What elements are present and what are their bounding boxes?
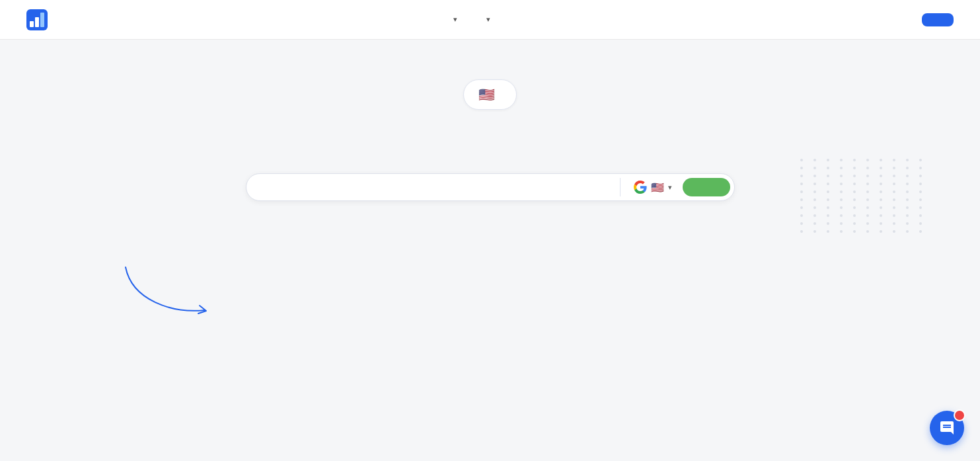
search-divider bbox=[620, 178, 621, 196]
free-trial-button[interactable] bbox=[922, 13, 954, 26]
hero-section: const grid = document.currentScript.pare… bbox=[0, 40, 980, 461]
logo[interactable] bbox=[26, 9, 56, 30]
logo-icon bbox=[26, 9, 48, 30]
url-search-input[interactable] bbox=[260, 182, 612, 193]
features-chevron-icon: ▾ bbox=[486, 15, 490, 24]
nav-why-se-ranking[interactable]: ▾ bbox=[440, 10, 468, 29]
search-box: 🇺🇸 ▾ bbox=[246, 173, 735, 201]
nav-right bbox=[911, 13, 954, 26]
nav-plans-pricing[interactable] bbox=[506, 15, 527, 25]
analyze-button[interactable] bbox=[683, 178, 730, 196]
dot-grid-decoration: const grid = document.currentScript.pare… bbox=[800, 159, 927, 233]
country-flag-icon: 🇺🇸 bbox=[651, 181, 664, 194]
hero-badge: 🇺🇸 bbox=[463, 79, 517, 110]
selector-chevron-icon: ▾ bbox=[668, 183, 672, 192]
nav-blog[interactable] bbox=[533, 15, 554, 25]
why-se-chevron-icon: ▾ bbox=[453, 15, 457, 24]
nav-links: ▾ ▾ bbox=[82, 10, 911, 29]
chat-badge bbox=[954, 409, 965, 421]
svg-rect-3 bbox=[40, 13, 44, 27]
us-flag-icon: 🇺🇸 bbox=[478, 87, 495, 103]
nav-features[interactable]: ▾ bbox=[473, 10, 501, 29]
navbar: ▾ ▾ bbox=[0, 0, 980, 40]
google-icon bbox=[634, 181, 647, 194]
svg-rect-1 bbox=[30, 21, 34, 27]
chat-icon bbox=[939, 420, 955, 436]
chat-widget[interactable] bbox=[930, 411, 964, 445]
try-it-free-container bbox=[112, 258, 211, 320]
curved-arrow-icon bbox=[119, 261, 211, 320]
search-engine-selector[interactable]: 🇺🇸 ▾ bbox=[628, 178, 677, 196]
svg-rect-2 bbox=[35, 17, 39, 27]
